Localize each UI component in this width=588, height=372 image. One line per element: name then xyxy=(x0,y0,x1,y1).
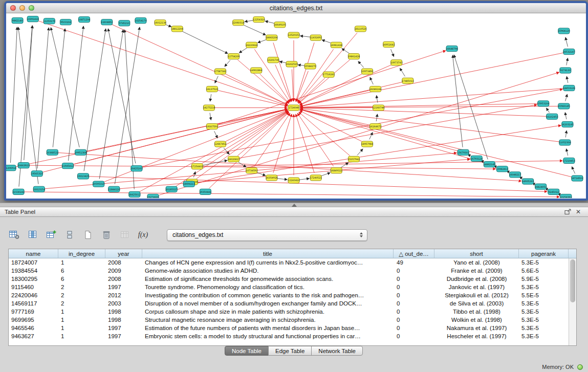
graph-node[interactable]: 16102453 xyxy=(546,114,558,119)
graph-node[interactable]: 18812204 xyxy=(171,26,183,32)
graph-node[interactable]: 18663204 xyxy=(266,35,277,40)
create-column-button[interactable] xyxy=(44,228,58,242)
graph-node[interactable]: 14862145 xyxy=(484,162,495,167)
graph-node[interactable]: 17210453 xyxy=(563,158,575,163)
show-columns-button[interactable] xyxy=(26,228,39,242)
graph-node[interactable]: 16220618 xyxy=(246,42,257,48)
close-panel-button[interactable]: ✕ xyxy=(573,208,583,216)
table-row[interactable]: 1830029562008Estimation of significance … xyxy=(9,275,576,283)
table-row[interactable]: 1456911722003Disruption of a novel membe… xyxy=(9,299,576,308)
graph-node[interactable]: 19013425 xyxy=(77,173,89,179)
graph-node[interactable]: 14275218 xyxy=(203,105,215,111)
table-row[interactable]: 946554611997Estimation of the future num… xyxy=(9,324,576,332)
graph-node[interactable]: 9274130 xyxy=(560,68,571,73)
function-builder-button[interactable]: f(x) xyxy=(136,228,150,242)
graph-node[interactable]: 16849321 xyxy=(331,168,342,173)
graph-node[interactable]: 10973743 xyxy=(390,60,402,65)
close-window-button[interactable] xyxy=(10,5,16,11)
graph-node[interactable]: 1724046 xyxy=(288,105,299,111)
network-canvas[interactable]: 1724046125201531143169216961428198614281… xyxy=(6,13,586,198)
graph-node[interactable]: 19350441 xyxy=(200,189,211,194)
graph-node[interactable]: 16046164 xyxy=(369,86,381,92)
delete-button[interactable] xyxy=(99,228,113,242)
graph-node[interactable]: 15057942 xyxy=(348,156,360,162)
graph-node[interactable]: 12160746 xyxy=(373,105,384,111)
graph-node[interactable]: 16048217 xyxy=(509,172,521,178)
table-row[interactable]: 1872400712008Changes of HCN gene express… xyxy=(9,258,576,267)
graph-node[interactable]: 10254170 xyxy=(135,18,146,24)
graph-node[interactable]: 15584270 xyxy=(304,63,316,69)
graph-node[interactable]: 9245012 xyxy=(548,189,559,194)
graph-node[interactable]: 17254402 xyxy=(191,164,203,169)
graph-node[interactable]: 17587342 xyxy=(214,69,226,74)
row-settings-button[interactable] xyxy=(62,228,76,242)
graph-node[interactable]: 13201745 xyxy=(267,57,279,63)
graph-node[interactable]: 19274630 xyxy=(147,194,159,198)
graph-node[interactable]: 19307591 xyxy=(206,123,218,129)
table-row[interactable]: 969969511998Structural magnetic resonanc… xyxy=(9,316,576,324)
graph-node[interactable]: 11431692 xyxy=(310,35,321,40)
graph-node[interactable]: 11604852 xyxy=(101,19,113,25)
graph-node[interactable]: 11253170 xyxy=(43,18,55,24)
graph-node[interactable]: 21530241 xyxy=(12,189,24,194)
graph-node[interactable]: 20595310 xyxy=(93,181,104,187)
graph-node[interactable]: 16793124 xyxy=(471,156,483,161)
graph-node[interactable]: 21945412 xyxy=(62,163,74,169)
column-header-in_degree[interactable]: in_degree xyxy=(58,249,105,258)
graph-node[interactable]: 12254310 xyxy=(253,17,265,23)
graph-node[interactable]: 17240521 xyxy=(310,175,321,181)
graph-node[interactable]: 14453126 xyxy=(563,85,575,91)
graph-node[interactable]: 9745210 xyxy=(119,20,130,26)
graph-node[interactable]: 16164672 xyxy=(369,123,381,129)
graph-node[interactable]: 15953104 xyxy=(537,101,549,106)
graph-node[interactable]: 20425163 xyxy=(130,166,142,171)
scrollbar-thumb[interactable] xyxy=(570,259,575,302)
column-header-pagerank[interactable]: pagerank xyxy=(519,249,569,258)
table-row[interactable]: 946362711997Embryonic stem cells: a mode… xyxy=(9,332,576,340)
graph-node[interactable]: 18957984 xyxy=(361,141,373,147)
graph-node[interactable]: 22060318 xyxy=(232,20,244,26)
window-titlebar[interactable]: citations_edges.txt xyxy=(6,3,586,13)
graph-node[interactable]: 18020817 xyxy=(228,156,239,162)
network-selector-dropdown[interactable]: citations_edges.txt xyxy=(167,229,367,241)
graph-node[interactable]: 12520153 xyxy=(288,32,299,38)
float-panel-button[interactable] xyxy=(563,208,573,216)
column-header-out_degree[interactable]: △ out_de… xyxy=(394,249,434,258)
table-row[interactable]: 2242004622012Investigating the contribut… xyxy=(9,291,576,299)
graph-node[interactable]: 17716241 xyxy=(323,72,335,77)
graph-node[interactable]: 16203145 xyxy=(561,121,573,127)
graph-node[interactable]: 20368521 xyxy=(47,149,58,155)
graph-node[interactable]: 21206914 xyxy=(6,165,16,171)
column-header-name[interactable]: name xyxy=(9,249,58,258)
column-header-short[interactable]: short xyxy=(434,249,519,258)
new-document-button[interactable] xyxy=(81,228,95,242)
graph-node[interactable]: 14905263 xyxy=(522,179,534,184)
tab-network-table[interactable]: Network Table xyxy=(311,346,363,356)
graph-node[interactable]: 15679301 xyxy=(457,149,469,155)
graph-node[interactable]: 12754209 xyxy=(228,54,239,59)
graph-node[interactable]: 19565310 xyxy=(31,171,43,177)
graph-node[interactable]: 20013154 xyxy=(33,186,45,192)
tab-node-table[interactable]: Node Table xyxy=(225,346,269,356)
graph-node[interactable]: 16648794 xyxy=(446,46,458,51)
graph-node[interactable]: 16649105 xyxy=(274,22,286,28)
graph-node[interactable]: 18425012 xyxy=(128,191,140,197)
graph-node[interactable]: 10391424 xyxy=(27,16,38,22)
graph-node[interactable]: 19861428 xyxy=(348,54,360,59)
graph-node[interactable]: 18694213 xyxy=(183,181,195,187)
graph-node[interactable]: 14902864 xyxy=(250,68,262,73)
graph-node[interactable]: 9503104 xyxy=(60,19,71,25)
graph-node[interactable]: 15982413 xyxy=(496,166,508,172)
column-header-year[interactable]: year xyxy=(105,249,142,258)
graph-node[interactable]: 12667452 xyxy=(214,141,226,147)
graph-node[interactable]: 10871204 xyxy=(78,17,90,23)
graph-node[interactable]: 12243410 xyxy=(288,178,299,183)
vertical-scrollbar[interactable] xyxy=(569,258,576,345)
graph-node[interactable]: 11052304 xyxy=(559,140,571,145)
graph-node[interactable]: 16961428 xyxy=(331,42,342,48)
minimize-window-button[interactable] xyxy=(19,5,25,11)
graph-node[interactable]: 19951304 xyxy=(75,149,86,155)
graph-node[interactable]: 16951642 xyxy=(383,41,395,47)
graph-node[interactable]: 21844120 xyxy=(108,186,120,192)
graph-node[interactable]: 9862140 xyxy=(12,18,23,24)
